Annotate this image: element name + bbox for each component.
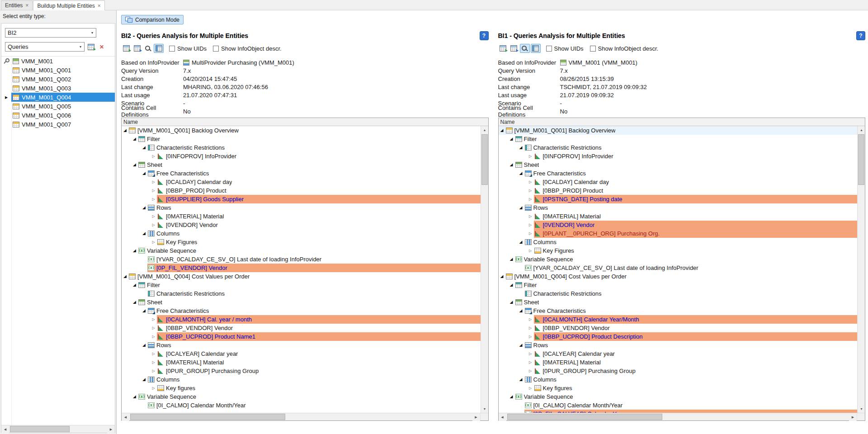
expand-icon[interactable]: ▷ [527,367,534,375]
tab-entities[interactable]: Entities× [1,0,33,10]
tree-row[interactable]: ◢Filter [499,281,858,289]
scrollbar-track[interactable] [129,413,472,420]
tree-row[interactable]: ▷[0BBP_PROD] Product [499,186,858,195]
collapse-icon[interactable]: ◢ [141,143,147,152]
zoom-button[interactable] [520,44,530,53]
tree-row[interactable]: ◢Columns [122,375,481,384]
tree-row[interactable]: ▷Key Figures [122,238,481,246]
tree-row[interactable]: ◢Columns [122,229,481,238]
collapse-icon[interactable]: ◢ [122,272,128,281]
collapse-icon[interactable]: ◢ [141,375,147,384]
entity-item[interactable]: VMM_M001_Q003 [1,84,115,93]
expand-icon[interactable]: ▷ [527,195,534,203]
expand-icon[interactable]: ▷ [527,212,534,221]
tree-row[interactable]: ◢Sheet [499,160,858,169]
scrollbar-thumb[interactable] [10,426,70,432]
tree-row[interactable]: ◢Rows [499,203,858,212]
scroll-left-icon[interactable]: ◀ [499,413,506,421]
tree-row[interactable]: ▷[0PUR_GROUP] Purchasing Group [499,367,858,375]
collapse-icon[interactable]: ◢ [508,255,515,264]
tab-close-icon[interactable]: × [25,3,28,8]
clear-selection-button[interactable]: ✕ [97,42,106,52]
tree-row[interactable]: ▷[0BBP_UCPROD] Product Description [499,332,858,341]
collapse-icon[interactable]: ◢ [131,135,138,143]
tree-row[interactable]: ▷[0CALDAY] Calendar day [499,178,858,186]
tree-row[interactable]: ◢Sheet [499,298,858,307]
expand-icon[interactable]: ▷ [150,195,157,203]
scrollbar-track[interactable] [9,425,107,433]
tree-row[interactable]: ◢Free Characteristics [499,307,858,315]
expand-icon[interactable]: ▷ [527,349,534,358]
tree-row[interactable]: ▷[0CALYEAR] Calendar year [122,349,481,358]
scrollbar-track[interactable] [506,413,849,420]
collapse-icon[interactable]: ◢ [131,246,138,255]
tree-row[interactable]: [0I_CALMO] Calendar Month/Year [122,401,481,410]
expand-icon[interactable]: ▷ [527,186,534,195]
collapse-icon[interactable]: ◢ [499,126,505,135]
scrollbar-thumb[interactable] [858,134,864,185]
collapse-icon[interactable]: ◢ [508,298,515,307]
expand-icon[interactable]: ▷ [150,349,157,358]
expand-icon[interactable]: ▷ [150,152,157,160]
tree-row[interactable]: ▷[0PSTNG_DATE] Posting date [499,195,858,203]
tree-row[interactable]: ▷[0BBP_VENDOR] Vendor [499,324,858,332]
checkbox-box[interactable] [590,46,596,52]
tree-row[interactable]: ◢Columns [499,375,858,384]
expand-icon[interactable]: ▷ [150,186,157,195]
tree-row[interactable]: ◢Characteristic Restrictions [499,143,858,152]
tree-row[interactable]: ◢Filter [122,135,481,143]
scroll-right-icon[interactable]: ▶ [472,413,480,421]
expand-icon[interactable]: ▷ [527,315,534,324]
layout-button[interactable] [154,44,164,53]
tree-row[interactable]: ◢Rows [499,341,858,349]
collapse-icon[interactable]: ◢ [499,272,505,281]
collapse-icon[interactable]: ◢ [131,392,138,401]
chevron-down-icon[interactable]: ▾ [77,42,84,51]
collapse-icon[interactable]: ◢ [518,143,524,152]
tree-row[interactable]: ◢Variable Sequence [122,392,481,401]
expand-icon[interactable]: ▷ [527,152,534,160]
grid-compare-button[interactable] [509,44,519,53]
tree-row[interactable]: ▷Key figures [499,384,858,392]
collapse-icon[interactable]: ◢ [508,392,515,401]
tree-row[interactable]: ▷[0MATERIAL] Material [499,358,858,367]
tree-row[interactable]: ▷[0INFOPROV] InfoProvider [122,152,481,160]
tree-row[interactable]: ▷[0CALMONTH] Cal. year / month [122,315,481,324]
expand-icon[interactable]: ▷ [527,229,534,238]
entity-item[interactable]: VMM_M001_Q006 [1,111,115,120]
expand-icon[interactable]: ▷ [527,358,534,367]
collapse-icon[interactable]: ◢ [518,341,524,349]
scrollbar-thumb[interactable] [130,414,285,420]
expand-icon[interactable]: ▷ [150,178,157,186]
entity-item[interactable]: ▶VMM_M001_Q004 [1,93,115,102]
collapse-icon[interactable]: ◢ [141,307,147,315]
tree-row[interactable]: ▷[0MATERIAL] Material [499,212,858,221]
checkbox-show-infoobject-descr[interactable]: Show InfoObject descr. [213,45,282,52]
expand-icon[interactable]: ▷ [150,358,157,367]
tree-row[interactable]: ▷[0PLANT__0PURCH_ORG] Purchasing Org. [499,229,858,238]
tree-row[interactable]: ◢Rows [122,203,481,212]
entity-item[interactable]: VMM_M001_Q007 [1,120,115,129]
assign-filter-button[interactable] [86,42,95,52]
collapse-icon[interactable]: ◢ [131,298,138,307]
collapse-icon[interactable]: ◢ [508,281,515,289]
expand-icon[interactable]: ▷ [527,178,534,186]
tree-row[interactable]: ▷[0MATERIAL] Material [122,358,481,367]
horizontal-scrollbar[interactable]: ◀ ▶ [499,413,865,420]
checkbox-show-uids[interactable]: Show UIDs [546,45,584,52]
tree-row[interactable]: ◢Variable Sequence [499,392,858,401]
expand-icon[interactable]: ▷ [150,315,157,324]
tree-row[interactable]: ▷[0INFOPROV] InfoProvider [499,152,858,160]
tree-row[interactable]: ◢Free Characteristics [499,169,858,178]
scroll-left-icon[interactable]: ◀ [1,425,9,433]
tree-row[interactable]: ◢[VMM_M001_Q001] Backlog Overview [499,126,858,135]
tree-row[interactable]: ◢[VMM_M001_Q001] Backlog Overview [122,126,481,135]
tree-row[interactable]: ◢Sheet [122,298,481,307]
grid-export-button[interactable] [121,44,131,53]
tree-row[interactable]: ▷[0MATERIAL] Material [122,212,481,221]
chevron-down-icon[interactable]: ▾ [89,28,96,37]
collapse-icon[interactable]: ◢ [141,341,147,349]
sidebar-horizontal-scrollbar[interactable]: ◀ ▶ [1,425,115,433]
collapse-icon[interactable]: ◢ [508,160,515,169]
scroll-down-icon[interactable]: ▼ [481,405,488,413]
